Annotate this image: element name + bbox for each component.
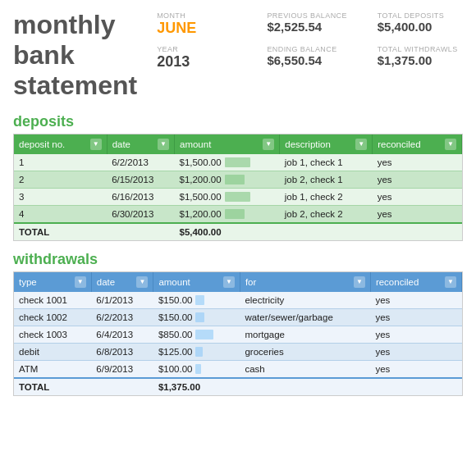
withdrawals-total-amount: $1,375.00: [153, 378, 240, 395]
withdrawals-amount-dropdown[interactable]: ▼: [223, 276, 235, 288]
withdrawals-total-row: TOTAL $1,375.00: [14, 378, 462, 395]
amount-bar: [195, 347, 203, 357]
amount-bar: [195, 295, 204, 305]
withdrawals-for-dropdown[interactable]: ▼: [354, 276, 365, 288]
withdrawals-section-title: withdrawals: [13, 251, 463, 268]
total-withdrawls-meta: TOTAL WITHDRAWLS $1,375.00: [378, 45, 463, 71]
deposit-row: 4 6/30/2013 $1,200.00 job 2, check 2 yes: [14, 206, 462, 224]
deposits-col-no[interactable]: deposit no. ▼: [14, 134, 107, 154]
total-deposits-meta: TOTAL DEPOSITS $5,400.00: [378, 11, 463, 37]
deposits-total-row: TOTAL $5,400.00: [14, 223, 462, 240]
withdrawals-col-date[interactable]: date ▼: [91, 272, 153, 292]
page-header: monthly bank statement MONTH JUNE PREVIO…: [13, 10, 463, 100]
deposits-date-dropdown[interactable]: ▼: [158, 139, 169, 150]
withdrawals-header-row: type ▼ date ▼ amount ▼: [14, 272, 462, 292]
total-withdrawls-label: TOTAL WITHDRAWLS: [378, 45, 463, 53]
title-line1: monthly: [13, 10, 137, 40]
withdrawal-row: check 1002 6/2/2013 $150.00 water/sewer/…: [14, 309, 462, 326]
deposits-section-title: deposits: [13, 113, 463, 130]
deposits-col-reconciled[interactable]: reconciled ▼: [373, 134, 462, 154]
deposits-table-wrapper: deposit no. ▼ date ▼ amount ▼: [13, 134, 463, 241]
withdrawal-row: debit 6/8/2013 $125.00 groceries yes: [14, 344, 462, 361]
prev-balance-meta: PREVIOUS BALANCE $2,525.54: [267, 11, 352, 37]
deposits-reconciled-dropdown[interactable]: ▼: [445, 139, 456, 150]
amount-bar: [225, 157, 250, 167]
month-meta: MONTH JUNE: [157, 11, 242, 37]
withdrawals-reconciled-dropdown[interactable]: ▼: [445, 276, 456, 288]
withdrawals-table: type ▼ date ▼ amount ▼: [14, 272, 462, 395]
title-line2: bank: [13, 40, 137, 71]
ending-balance-label: ENDING BALANCE: [267, 45, 352, 53]
page-title: monthly bank statement: [13, 10, 137, 100]
withdrawal-row: check 1003 6/4/2013 $850.00 mortgage yes: [14, 326, 462, 344]
withdrawals-col-reconciled[interactable]: reconciled ▼: [370, 272, 461, 292]
year-value: 2013: [157, 53, 242, 71]
ending-balance-value: $6,550.54: [267, 53, 352, 67]
amount-bar: [225, 192, 250, 202]
deposits-col-date[interactable]: date ▼: [107, 134, 174, 154]
amount-bar: [195, 312, 204, 322]
total-withdrawls-value: $1,375.00: [378, 53, 463, 67]
meta-row-1: MONTH JUNE PREVIOUS BALANCE $2,525.54 TO…: [157, 11, 463, 37]
ending-balance-meta: ENDING BALANCE $6,550.54: [267, 45, 352, 71]
deposits-total-amount: $5,400.00: [174, 223, 279, 240]
withdrawals-type-dropdown[interactable]: ▼: [75, 276, 86, 288]
withdrawal-row: ATM 6/9/2013 $100.00 cash yes: [14, 361, 462, 379]
year-label: YEAR: [157, 45, 242, 53]
meta-section: MONTH JUNE PREVIOUS BALANCE $2,525.54 TO…: [157, 10, 463, 71]
withdrawals-total-label: TOTAL: [14, 378, 91, 395]
month-label: MONTH: [157, 11, 242, 20]
deposit-row: 3 6/16/2013 $1,500.00 job 1, check 2 yes: [14, 189, 462, 206]
year-meta: YEAR 2013: [157, 45, 242, 71]
deposits-col-amount[interactable]: amount ▼: [174, 134, 279, 154]
withdrawals-table-wrapper: type ▼ date ▼ amount ▼: [13, 271, 463, 396]
title-line3: statement: [13, 71, 137, 101]
deposits-amount-dropdown[interactable]: ▼: [263, 139, 274, 150]
deposits-total-label: TOTAL: [14, 223, 107, 240]
prev-balance-label: PREVIOUS BALANCE: [267, 11, 352, 20]
deposits-header-row: deposit no. ▼ date ▼ amount ▼: [14, 134, 462, 154]
withdrawals-date-dropdown[interactable]: ▼: [136, 276, 148, 288]
withdrawal-row: check 1001 6/1/2013 $150.00 electricity …: [14, 292, 462, 309]
amount-bar: [195, 364, 201, 374]
amount-bar: [195, 330, 213, 339]
total-deposits-value: $5,400.00: [378, 20, 463, 34]
prev-balance-value: $2,525.54: [267, 20, 352, 34]
withdrawals-col-amount[interactable]: amount ▼: [153, 272, 240, 292]
deposits-col-description[interactable]: description ▼: [280, 134, 373, 154]
month-value: JUNE: [157, 20, 242, 37]
amount-bar: [225, 209, 245, 219]
deposits-no-dropdown[interactable]: ▼: [90, 139, 102, 150]
deposits-table: deposit no. ▼ date ▼ amount ▼: [14, 134, 462, 240]
meta-row-2: YEAR 2013 ENDING BALANCE $6,550.54 TOTAL…: [157, 45, 463, 71]
deposit-row: 2 6/15/2013 $1,200.00 job 2, check 1 yes: [14, 171, 462, 189]
withdrawals-col-type[interactable]: type ▼: [14, 272, 91, 292]
amount-bar: [225, 175, 245, 184]
deposits-desc-dropdown[interactable]: ▼: [355, 139, 367, 150]
deposit-row: 1 6/2/2013 $1,500.00 job 1, check 1 yes: [14, 154, 462, 171]
total-deposits-label: TOTAL DEPOSITS: [378, 11, 463, 20]
withdrawals-col-for[interactable]: for ▼: [240, 272, 370, 292]
